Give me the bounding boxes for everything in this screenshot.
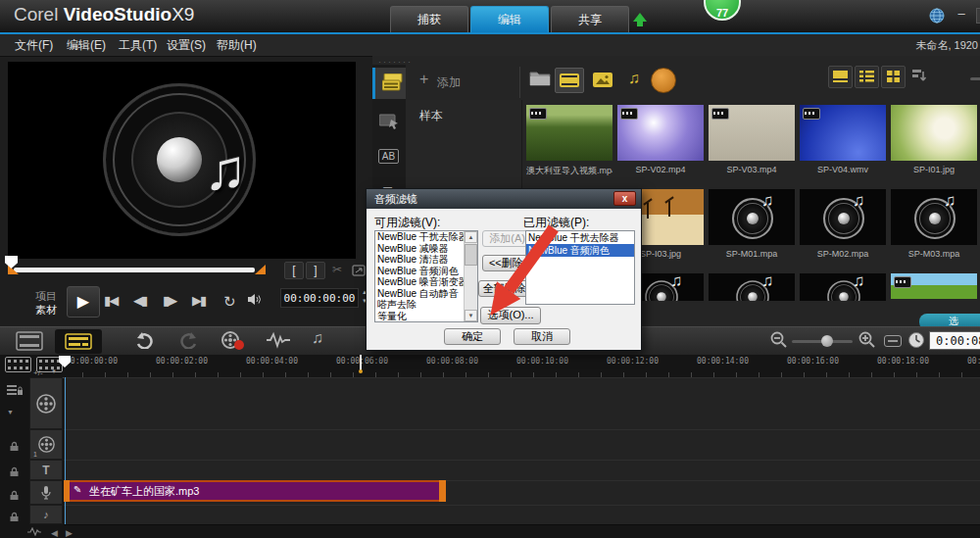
video-track-lane[interactable] — [64, 377, 980, 430]
thumbnail-video[interactable] — [891, 273, 977, 299]
fit-timeline-icon[interactable] — [884, 335, 902, 347]
track-manager-icon[interactable] — [7, 385, 23, 398]
prev-frame-button[interactable]: ◀▮ — [133, 293, 146, 308]
menu-help[interactable]: 帮助(H) — [217, 37, 257, 54]
import-folder-icon[interactable] — [529, 69, 551, 86]
tab-share[interactable]: 共享 — [551, 6, 629, 32]
volume-button[interactable] — [247, 293, 262, 306]
sort-icon[interactable] — [911, 69, 927, 84]
filter-option[interactable]: 等量化 — [375, 311, 477, 322]
add-folder-label[interactable]: 添加 — [437, 74, 461, 91]
filter-option[interactable]: NewBlue 减噪器 — [375, 243, 477, 255]
maximize-button[interactable] — [976, 8, 980, 24]
applied-filters-list[interactable]: NewBlue 干扰去除器 NewBlue 音频润色 — [525, 230, 635, 305]
sidebar-item-transition[interactable] — [372, 105, 406, 136]
filter-video-icon[interactable] — [555, 68, 584, 93]
clip-trim-handle-right[interactable] — [439, 480, 446, 502]
filter-option[interactable]: NewBlue 清洁器 — [375, 254, 477, 266]
title-track-header[interactable]: T — [29, 460, 63, 480]
next-frame-button[interactable]: ▮▶ — [163, 293, 175, 308]
collapse-chevron-icon[interactable]: ▼ — [7, 409, 14, 416]
scroll-up-icon[interactable]: ▲ — [465, 231, 477, 243]
applied-filter-selected[interactable]: NewBlue 音频润色 — [526, 244, 634, 257]
zoom-in-icon[interactable] — [858, 331, 876, 349]
menu-tools[interactable]: 工具(T) — [119, 37, 157, 54]
repeat-button[interactable]: ↻ — [223, 293, 236, 311]
mode-project-toggle[interactable]: 项目 — [35, 289, 57, 304]
preview-timecode[interactable]: 00:00:00:00 — [280, 288, 359, 308]
project-duration-field[interactable]: 0:00:08 — [929, 331, 980, 350]
thumbnail-video[interactable] — [526, 105, 612, 161]
filter-option[interactable]: NewBlue 噪音渐变器 — [375, 276, 477, 288]
thumbnail-audio[interactable]: ♫ — [891, 189, 977, 245]
redo-icon[interactable] — [178, 331, 198, 349]
scroll-down-icon[interactable]: ▼ — [465, 310, 477, 321]
menu-settings[interactable]: 设置(S) — [167, 37, 206, 54]
go-end-button[interactable]: ▶▮ — [192, 293, 205, 308]
minimize-button[interactable]: – — [955, 8, 968, 22]
filter-option[interactable]: NewBlue 音频润色 — [375, 266, 477, 277]
track-add-remove-chevron[interactable]: ▼ — [51, 368, 57, 374]
music-track-header[interactable]: ♪ — [29, 505, 63, 524]
chapter-point-icon[interactable] — [27, 527, 41, 536]
options-button[interactable]: 选项(O)... — [480, 307, 541, 324]
tab-edit[interactable]: 编辑 — [470, 6, 549, 32]
mark-in-button[interactable]: [ — [284, 262, 304, 279]
thumbnail-audio[interactable]: ♫ — [800, 189, 886, 245]
title-track-lane[interactable] — [64, 460, 980, 481]
thumbnail-audio[interactable]: ♫ — [709, 189, 795, 245]
undo-icon[interactable] — [135, 331, 155, 349]
overlay-track-lane[interactable] — [64, 429, 980, 461]
music-track-lane[interactable] — [64, 505, 980, 525]
list-scrollbar[interactable]: ▲ ▼ — [464, 231, 477, 321]
thumbnail-video[interactable] — [709, 105, 795, 161]
cancel-button[interactable]: 取消 — [514, 328, 570, 345]
thumbnail-video[interactable] — [800, 105, 886, 161]
upload-arrow-icon[interactable] — [633, 13, 647, 22]
ok-button[interactable]: 确定 — [444, 328, 501, 345]
timeline-zoom-slider-thumb[interactable] — [821, 335, 833, 347]
thumb-size-slider[interactable] — [970, 77, 980, 80]
sidebar-item-title-ab[interactable]: AB — [372, 142, 406, 173]
split-clip-icon[interactable]: ✂ — [327, 262, 347, 279]
filter-photo-icon[interactable] — [588, 68, 617, 93]
go-start-button[interactable]: ▮◀ — [104, 293, 117, 308]
lock-track-icon[interactable] — [9, 512, 20, 522]
filter-option[interactable]: 嗒声去除 — [375, 299, 477, 311]
thumbnail-photo[interactable] — [891, 105, 977, 161]
play-button[interactable]: ▶ — [67, 286, 100, 318]
filter-music-icon[interactable]: ♫ — [619, 68, 649, 93]
thumbnail-audio[interactable]: ♫ — [800, 273, 886, 301]
dialog-title-bar[interactable]: 音频滤镜 x — [367, 189, 641, 209]
add-plus-icon[interactable]: + — [419, 71, 428, 88]
video-track-header[interactable] — [29, 377, 63, 429]
timeline-view-button[interactable] — [55, 329, 102, 354]
lock-track-icon[interactable] — [9, 441, 20, 452]
view-grid-button[interactable] — [881, 66, 906, 88]
audio-clip[interactable]: ✎ 坐在矿车上的国家.mp3 — [64, 480, 446, 502]
filter-option[interactable]: NewBlue 干扰去除器 — [375, 231, 477, 243]
overlay-track-header[interactable]: 1 — [29, 429, 63, 460]
preview-scrub-bar[interactable] — [14, 268, 255, 272]
view-list-button[interactable] — [855, 66, 879, 88]
mode-clip-toggle[interactable]: 素材 — [35, 303, 57, 318]
track-add-remove[interactable]: +/- — [33, 368, 43, 377]
lock-track-icon[interactable] — [9, 490, 20, 501]
track-button-1[interactable] — [5, 357, 31, 372]
media-services-icon[interactable] — [651, 68, 676, 93]
lock-track-icon[interactable] — [9, 466, 20, 477]
clock-duration-icon[interactable] — [907, 331, 925, 349]
menu-file[interactable]: 文件(F) — [15, 37, 53, 54]
view-single-button[interactable] — [828, 66, 853, 88]
mark-out-button[interactable]: ] — [306, 262, 325, 279]
clip-trim-handle-left[interactable] — [64, 480, 70, 502]
filter-option[interactable]: NewBlue 自动静音 — [375, 288, 477, 300]
record-capture-icon[interactable] — [221, 331, 245, 351]
trim-end-handle[interactable] — [255, 265, 266, 274]
timeline-scroll-right[interactable]: ▶ — [66, 528, 73, 538]
tab-capture[interactable]: 捕获 — [390, 6, 468, 32]
menu-edit[interactable]: 编辑(E) — [67, 37, 106, 54]
available-filters-list[interactable]: NewBlue 干扰去除器 NewBlue 减噪器 NewBlue 清洁器 Ne… — [374, 230, 478, 322]
applied-filter[interactable]: NewBlue 干扰去除器 — [526, 231, 634, 244]
auto-music-icon[interactable]: ♫ — [312, 329, 323, 347]
